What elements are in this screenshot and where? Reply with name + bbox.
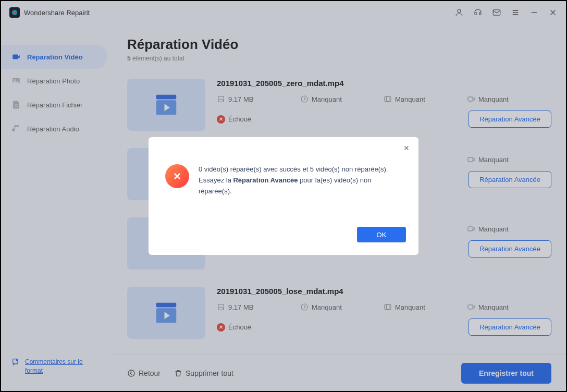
modal-ok-button[interactable]: OK [357, 227, 406, 242]
result-modal: 0 vidéo(s) réparée(s) avec succès et 5 v… [149, 137, 418, 255]
modal-message: 0 vidéo(s) réparée(s) avec succès et 5 v… [199, 164, 402, 197]
error-icon [165, 164, 189, 188]
modal-close-button[interactable] [403, 144, 410, 154]
modal-overlay: 0 vidéo(s) réparée(s) avec succès et 5 v… [1, 1, 566, 391]
